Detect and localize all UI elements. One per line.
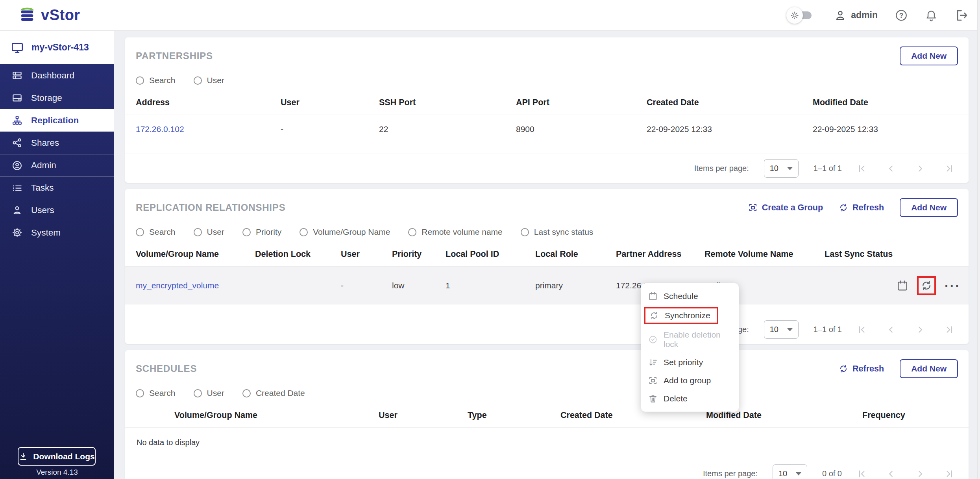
sidebar-item-tasks[interactable]: Tasks — [0, 176, 114, 199]
col-api-port: API Port — [513, 91, 643, 115]
partnerships-add-new-button[interactable]: Add New — [900, 46, 958, 65]
next-page-icon[interactable] — [915, 163, 925, 174]
next-page-icon[interactable] — [915, 325, 925, 335]
sidebar-item-label: Storage — [31, 93, 62, 103]
radio-label: User — [207, 227, 224, 237]
sidebar-item-shares[interactable]: Shares — [0, 132, 114, 154]
schedules-refresh-button[interactable]: Refresh — [839, 364, 884, 374]
create-group-button[interactable]: Create a Group — [748, 203, 823, 213]
download-logs-button[interactable]: Download Logs — [18, 447, 96, 466]
page-size-select[interactable]: 10 — [764, 159, 799, 178]
prev-page-icon[interactable] — [886, 469, 896, 479]
radio-circle[interactable] — [242, 389, 251, 397]
radio-volume-group-name[interactable]: Volume/Group Name — [300, 227, 390, 237]
radio-user[interactable]: User — [194, 76, 224, 85]
menu-item-synchronize[interactable]: Synchronize — [641, 305, 739, 326]
replication-refresh-button[interactable]: Refresh — [839, 203, 884, 213]
volume-link[interactable]: my_encrypted_volume — [136, 281, 219, 290]
logout-button[interactable] — [955, 9, 968, 22]
admin-person-circle-icon — [12, 160, 22, 171]
help-button[interactable]: ? — [895, 9, 908, 22]
menu-item-set-priority[interactable]: Set priority — [641, 353, 739, 371]
prev-page-icon[interactable] — [886, 163, 896, 174]
replication-row: my_encrypted_volume - low 1 primary 172.… — [125, 267, 969, 305]
schedules-add-new-button[interactable]: Add New — [900, 359, 958, 378]
radio-circle[interactable] — [194, 389, 202, 397]
radio-remote-volume-name[interactable]: Remote volume name — [408, 227, 502, 237]
menu-item-enable-deletion-lock: Enable deletion lock — [641, 326, 739, 353]
first-page-icon[interactable] — [857, 325, 867, 335]
download-icon — [18, 452, 28, 461]
sidebar-item-admin[interactable]: Admin — [0, 154, 114, 176]
scrollbar-track[interactable] — [977, 0, 980, 479]
sidebar-item-label: Shares — [31, 138, 59, 148]
radio-circle[interactable] — [194, 228, 202, 236]
page-size-select[interactable]: 10 — [764, 320, 799, 339]
schedules-paginator: Items per page: 10 0 of 0 — [125, 459, 969, 479]
sort-priority-icon — [648, 358, 658, 367]
share-nodes-icon — [12, 137, 22, 148]
radio-user[interactable]: User — [194, 227, 224, 237]
sidebar-item-storage[interactable]: Storage — [0, 87, 114, 109]
radio-circle[interactable] — [408, 228, 416, 236]
page-size-select[interactable]: 10 — [773, 464, 807, 479]
menu-item-label: Add to group — [664, 376, 711, 385]
menu-item-add-to-group[interactable]: Add to group — [641, 371, 739, 390]
synchronize-button-highlighted[interactable] — [917, 276, 936, 295]
last-page-icon[interactable] — [944, 469, 954, 479]
col-partner-address: Partner Address — [613, 242, 701, 267]
last-page-icon[interactable] — [944, 325, 954, 335]
first-page-icon[interactable] — [857, 469, 867, 479]
sidebar-item-replication[interactable]: Replication — [0, 109, 114, 132]
sidebar-nav: Dashboard Storage — [0, 64, 114, 244]
radio-circle[interactable] — [300, 228, 308, 236]
radio-circle[interactable] — [521, 228, 529, 236]
menu-item-delete[interactable]: Delete — [641, 390, 739, 408]
schedules-card: SCHEDULES Refresh Add New Search User Cr… — [125, 350, 969, 479]
username: admin — [851, 10, 878, 20]
dashboard-icon — [12, 70, 22, 81]
create-group-label: Create a Group — [762, 203, 823, 213]
version-label: Version 4.13 — [0, 468, 114, 477]
user-menu[interactable]: admin — [834, 9, 878, 21]
theme-toggle[interactable] — [790, 11, 812, 20]
users-person-icon — [12, 205, 22, 215]
radio-label: Volume/Group Name — [313, 227, 390, 237]
more-actions-button[interactable]: ··· — [945, 283, 961, 288]
last-page-icon[interactable] — [944, 163, 954, 174]
sidebar-item-dashboard[interactable]: Dashboard — [0, 64, 114, 87]
col-local-pool-id: Local Pool ID — [442, 242, 532, 267]
radio-circle[interactable] — [136, 228, 144, 236]
sidebar-item-system[interactable]: System — [0, 221, 114, 244]
col-priority: Priority — [389, 242, 442, 267]
menu-item-schedule[interactable]: Schedule — [641, 287, 739, 305]
next-page-icon[interactable] — [915, 469, 925, 479]
radio-circle[interactable] — [194, 76, 202, 85]
notifications-bell-button[interactable] — [925, 9, 937, 22]
partner-address-link[interactable]: 172.26.0.102 — [136, 124, 184, 134]
radio-circle[interactable] — [242, 228, 251, 236]
user-icon — [834, 9, 846, 21]
radio-last-sync-status[interactable]: Last sync status — [521, 227, 594, 237]
radio-search[interactable]: Search — [136, 76, 176, 85]
prev-page-icon[interactable] — [886, 325, 896, 335]
page-range-label: 1–1 of 1 — [814, 325, 842, 334]
radio-search[interactable]: Search — [136, 388, 176, 398]
main-content: PARTNERSHIPS Add New Search User Address… — [114, 31, 980, 479]
schedule-calendar-button[interactable] — [897, 280, 908, 291]
radio-circle[interactable] — [136, 76, 144, 85]
cell-user: - — [338, 267, 389, 305]
page-range-label: 1–1 of 1 — [814, 164, 842, 173]
radio-user[interactable]: User — [194, 388, 224, 398]
radio-priority[interactable]: Priority — [242, 227, 281, 237]
radio-search[interactable]: Search — [136, 227, 176, 237]
radio-circle[interactable] — [136, 389, 144, 397]
sidebar-server[interactable]: my-vStor-413 — [0, 31, 114, 64]
menu-item-label: Enable deletion lock — [664, 330, 732, 349]
partnerships-paginator: Items per page: 10 1–1 of 1 — [125, 154, 969, 183]
sidebar-item-users[interactable]: Users — [0, 199, 114, 221]
radio-created-date[interactable]: Created Date — [242, 388, 305, 398]
col-frequency: Frequency — [859, 403, 969, 428]
first-page-icon[interactable] — [857, 163, 867, 174]
replication-add-new-button[interactable]: Add New — [900, 198, 958, 217]
